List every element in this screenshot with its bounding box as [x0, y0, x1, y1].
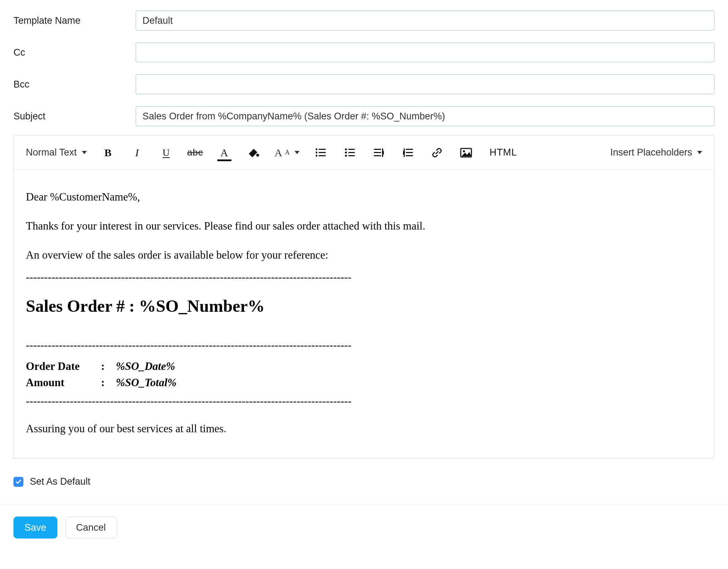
- body-assurance: Assuring you of our best services at all…: [26, 421, 702, 436]
- amount-value: %SO_Total%: [116, 375, 177, 390]
- svg-rect-4: [316, 148, 317, 150]
- svg-rect-18: [406, 152, 413, 153]
- body-heading: Sales Order # : %SO_Number%: [26, 295, 702, 318]
- image-icon: [460, 148, 472, 158]
- html-source-button[interactable]: HTML: [487, 145, 519, 160]
- body-separator: ----------------------------------------…: [26, 270, 702, 284]
- svg-rect-9: [348, 155, 355, 156]
- footer-divider: [0, 504, 728, 505]
- set-as-default-checkbox[interactable]: [13, 477, 23, 487]
- amount-label: Amount: [26, 375, 93, 390]
- body-separator: ----------------------------------------…: [26, 394, 702, 409]
- chevron-down-icon: [295, 151, 299, 154]
- svg-point-12: [345, 154, 347, 157]
- rich-text-editor: Normal Text B I U abc A AA: [13, 135, 715, 458]
- svg-point-10: [345, 148, 347, 150]
- svg-rect-1: [319, 149, 326, 150]
- link-button[interactable]: [429, 145, 445, 160]
- body-intro: Thanks for your interest in our services…: [26, 219, 702, 233]
- chevron-down-icon: [82, 151, 87, 154]
- svg-point-11: [345, 151, 347, 153]
- ordered-list-icon: [315, 148, 326, 158]
- svg-rect-15: [374, 155, 381, 156]
- subject-label: Subject: [13, 111, 136, 122]
- image-button[interactable]: [458, 145, 474, 160]
- svg-rect-13: [374, 149, 381, 150]
- strikethrough-button[interactable]: abc: [187, 145, 203, 160]
- svg-rect-7: [348, 149, 355, 150]
- outdent-icon: [373, 148, 385, 158]
- bcc-label: Bcc: [13, 79, 136, 90]
- svg-rect-3: [319, 155, 326, 156]
- text-style-dropdown[interactable]: Normal Text: [26, 147, 87, 158]
- svg-point-22: [463, 150, 465, 152]
- indent-icon: [402, 148, 414, 158]
- cc-label: Cc: [13, 47, 136, 58]
- svg-rect-17: [406, 149, 413, 150]
- italic-button[interactable]: I: [129, 145, 145, 160]
- unordered-list-button[interactable]: [342, 145, 358, 160]
- svg-rect-2: [319, 152, 326, 153]
- text-color-button[interactable]: A: [217, 145, 232, 160]
- order-date-value: %SO_Date%: [116, 359, 175, 374]
- link-icon: [431, 147, 443, 158]
- svg-rect-8: [348, 152, 355, 153]
- svg-rect-14: [374, 152, 381, 153]
- body-greeting: Dear %CustomerName%,: [26, 190, 702, 204]
- svg-rect-19: [406, 155, 413, 156]
- template-name-label: Template Name: [13, 15, 136, 26]
- ordered-list-button[interactable]: [313, 145, 329, 160]
- editor-body[interactable]: Dear %CustomerName%, Thanks for your int…: [14, 170, 714, 458]
- body-overview-line: An overview of the sales order is availa…: [26, 248, 702, 263]
- svg-rect-20: [404, 148, 405, 157]
- body-separator: ----------------------------------------…: [26, 338, 702, 353]
- bcc-input[interactable]: [136, 74, 715, 94]
- highlight-color-button[interactable]: [246, 145, 261, 160]
- order-date-row: Order Date : %SO_Date%: [26, 359, 702, 374]
- subject-input[interactable]: [136, 106, 715, 126]
- paint-bucket-icon: [247, 147, 259, 158]
- cc-input[interactable]: [136, 43, 715, 62]
- svg-point-0: [256, 154, 259, 157]
- text-style-dropdown-label: Normal Text: [26, 147, 77, 158]
- template-name-input[interactable]: [136, 11, 715, 30]
- insert-placeholders-dropdown[interactable]: Insert Placeholders: [610, 147, 702, 158]
- unordered-list-icon: [344, 148, 355, 158]
- cancel-button[interactable]: Cancel: [65, 517, 117, 539]
- set-as-default-label: Set As Default: [30, 476, 90, 487]
- check-icon: [15, 479, 22, 485]
- bold-button[interactable]: B: [100, 145, 116, 160]
- editor-toolbar: Normal Text B I U abc A AA: [14, 136, 714, 170]
- svg-rect-6: [316, 155, 317, 157]
- body-regards-truncated: Regards: [26, 458, 702, 458]
- order-date-label: Order Date: [26, 359, 93, 374]
- svg-rect-16: [382, 148, 383, 157]
- underline-button[interactable]: U: [158, 145, 174, 160]
- svg-rect-5: [316, 152, 317, 153]
- outdent-button[interactable]: [371, 145, 387, 160]
- chevron-down-icon: [697, 151, 702, 154]
- amount-row: Amount : %SO_Total%: [26, 375, 702, 390]
- insert-placeholders-label: Insert Placeholders: [610, 147, 692, 158]
- save-button[interactable]: Save: [13, 517, 57, 539]
- font-size-dropdown[interactable]: AA: [275, 147, 300, 159]
- indent-button[interactable]: [400, 145, 416, 160]
